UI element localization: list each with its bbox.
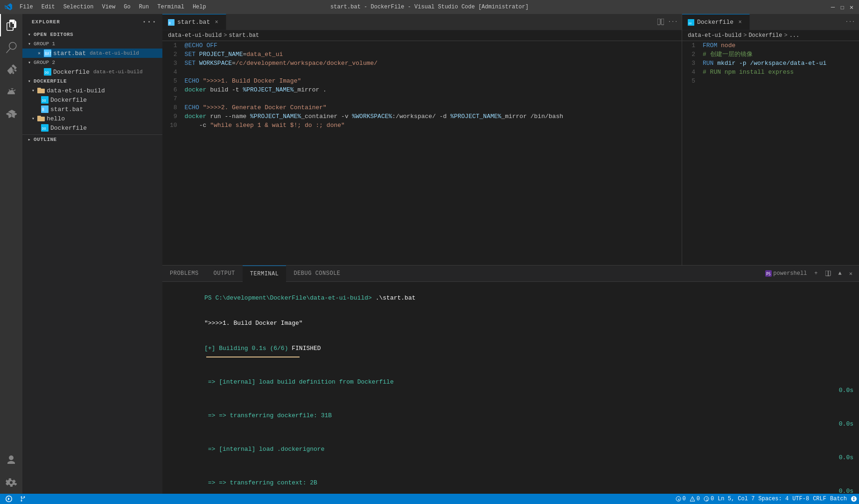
panel-tabs: PROBLEMS OUTPUT TERMINAL DEBUG CONSOLE P…: [162, 266, 859, 282]
activity-account[interactable]: [0, 449, 22, 471]
tab-dockerfile-label: Dockerfile: [697, 19, 733, 26]
warning-icon: !: [690, 496, 695, 502]
activity-extensions[interactable]: [0, 104, 22, 126]
vscode-icon: [5, 3, 12, 11]
tab-start-bat-close[interactable]: ×: [213, 19, 220, 26]
open-editors-header[interactable]: ▾ OPEN EDITORS: [22, 30, 162, 39]
terminal-output[interactable]: PS C:\development\DockerFile\data-et-ui-…: [162, 282, 859, 494]
breadcrumb-folder[interactable]: data-et-ui-build: [168, 32, 222, 39]
term-line-2: ">>>>1. Build Docker Image": [168, 311, 853, 336]
open-file-start-bat[interactable]: ✕ BAT start.bat data-et-ui-build: [22, 49, 162, 58]
activity-debug[interactable]: [0, 81, 22, 104]
close-panel-button[interactable]: ✕: [846, 269, 855, 278]
status-warnings[interactable]: ! 0: [688, 494, 702, 504]
split-terminal-button[interactable]: [823, 270, 834, 277]
outline-header[interactable]: ▸ OUTLINE: [22, 135, 162, 144]
tree-start-bat-1[interactable]: B start.bat: [22, 105, 162, 114]
tab-dockerfile[interactable]: DO Dockerfile ×: [682, 14, 750, 30]
activity-settings[interactable]: [0, 471, 22, 494]
folder-data-et-ui-build[interactable]: ▾ data-et-ui-build: [22, 86, 162, 95]
status-eol[interactable]: CRLF: [811, 494, 828, 504]
right-breadcrumb-file[interactable]: Dockerfile: [748, 32, 782, 39]
close-start-bat-icon[interactable]: ✕: [35, 49, 43, 57]
terminal-name: powershell: [773, 270, 807, 277]
panel-tab-actions: PS powershell + ▲ ✕: [759, 269, 859, 278]
split-editor-button[interactable]: [656, 17, 666, 27]
svg-rect-13: [661, 19, 664, 25]
tree-dockerfile-1[interactable]: DO Dockerfile: [22, 95, 162, 105]
svg-text:!: !: [691, 498, 693, 502]
status-right: ✕ 0 ! 0 i 0 Ln 5, Col 7 Spaces: 4 UTF-8 …: [674, 494, 859, 504]
open-editors-chevron: ▾: [26, 31, 33, 38]
line-numbers-right: 1 2 3 4 5: [682, 41, 701, 85]
tree-dockerfile-2[interactable]: DO Dockerfile: [22, 123, 162, 133]
panel-tab-output[interactable]: OUTPUT: [206, 266, 243, 282]
dockerfile-editor[interactable]: 1 2 3 4 5 FROM node # 创建一层的镜像 RUN mkdir …: [682, 41, 859, 265]
status-git[interactable]: [18, 494, 28, 504]
outline-label: OUTLINE: [34, 137, 57, 142]
minimize-button[interactable]: —: [830, 4, 836, 10]
code-content-right: 1 2 3 4 5 FROM node # 创建一层的镜像 RUN mkdir …: [682, 41, 859, 85]
close-dockerfile-icon[interactable]: [35, 68, 43, 76]
docker-line-3: RUN mkdir -p /workspace/data-et-ui: [703, 59, 859, 68]
panel-tab-problems[interactable]: PROBLEMS: [162, 266, 206, 282]
status-line-col[interactable]: Ln 5, Col 7: [716, 494, 756, 504]
svg-point-21: [24, 497, 25, 498]
activity-search[interactable]: [0, 36, 22, 59]
close-button[interactable]: ✕: [849, 4, 854, 10]
open-file-dockerfile-path: data-et-ui-build: [93, 69, 143, 75]
menu-view[interactable]: View: [98, 3, 119, 11]
start-bat-editor[interactable]: 1 2 3 4 5 6 7 8 9 10: [162, 41, 682, 265]
open-file-start-bat-label: start.bat: [53, 50, 86, 57]
svg-rect-12: [657, 19, 660, 25]
menu-run[interactable]: Run: [135, 3, 153, 11]
docker-line-4: # RUN npm install express: [703, 68, 859, 77]
tab-dockerfile-close[interactable]: ×: [736, 19, 744, 26]
maximize-panel-button[interactable]: ▲: [836, 269, 845, 278]
docker-icon-1: DO: [41, 96, 49, 104]
status-bar: ✕ 0 ! 0 i 0 Ln 5, Col 7 Spaces: 4 UTF-8 …: [0, 494, 859, 504]
bat-file-icon: BAT: [44, 49, 51, 57]
menu-terminal[interactable]: Terminal: [154, 3, 188, 11]
right-more-actions[interactable]: ···: [845, 17, 855, 27]
tab-start-bat[interactable]: B start.bat ×: [162, 14, 226, 30]
maximize-button[interactable]: ☐: [839, 4, 845, 10]
status-remote[interactable]: [4, 494, 14, 504]
outline-section: ▸ OUTLINE: [22, 134, 162, 144]
panel-tab-debug[interactable]: DEBUG CONSOLE: [286, 266, 348, 282]
activity-explorer[interactable]: [0, 14, 22, 36]
open-file-start-bat-path: data-et-ui-build: [90, 50, 139, 56]
right-breadcrumb-more[interactable]: ...: [789, 32, 800, 39]
bat-icon-1: B: [41, 105, 49, 113]
menu-help[interactable]: Help: [189, 3, 210, 11]
dockerfile-section-header[interactable]: ▾ DOCKERFILE: [22, 77, 162, 86]
error-icon: ✕: [676, 496, 681, 502]
more-actions-button[interactable]: ···: [668, 17, 678, 27]
new-terminal-button[interactable]: +: [811, 269, 820, 278]
titlebar: File Edit Selection View Go Run Terminal…: [0, 0, 859, 14]
right-breadcrumb-folder[interactable]: data-et-ui-build: [688, 32, 741, 39]
status-info[interactable]: i 0: [702, 494, 716, 504]
titlebar-left: File Edit Selection View Go Run Terminal…: [5, 3, 210, 11]
status-language[interactable]: Batch: [828, 494, 849, 504]
menu-selection[interactable]: Selection: [60, 3, 98, 11]
folder-icon: [37, 87, 45, 94]
menu-edit[interactable]: Edit: [38, 3, 59, 11]
activity-git[interactable]: [0, 59, 22, 81]
menu-go[interactable]: Go: [120, 3, 134, 11]
breadcrumb-file[interactable]: start.bat: [229, 32, 259, 39]
menu-file[interactable]: File: [16, 3, 37, 11]
folder-hello[interactable]: ▾ hello: [22, 114, 162, 123]
editor-area: B start.bat × ··· data-et-ui-build > sta…: [162, 14, 859, 494]
docker-icon-2: DO: [41, 124, 49, 132]
term-line-4: => [internal] load build definition from…: [168, 370, 853, 403]
folder-hello-icon: [37, 115, 45, 122]
status-encoding[interactable]: UTF-8: [790, 494, 811, 504]
code-lines-left: @ECHO OFF SET PROJECT_NAME=data_et_ui SE…: [183, 41, 682, 139]
sidebar-more-actions[interactable]: ···: [142, 18, 157, 26]
status-spaces[interactable]: Spaces: 4: [756, 494, 790, 504]
status-errors[interactable]: ✕ 0: [674, 494, 688, 504]
open-file-dockerfile[interactable]: DO Dockerfile data-et-ui-build: [22, 67, 162, 77]
status-feedback[interactable]: [849, 494, 859, 504]
panel-tab-terminal[interactable]: TERMINAL: [243, 266, 286, 282]
